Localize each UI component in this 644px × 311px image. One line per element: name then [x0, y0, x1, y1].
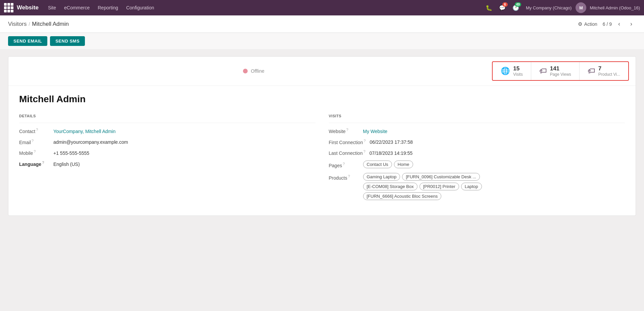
first-connection-label: First Connection?	[329, 139, 366, 145]
clock-icon-btn[interactable]: 🕐 49	[510, 2, 522, 14]
page-views-label: Page Views	[550, 72, 571, 77]
visits-count: 15	[513, 65, 523, 72]
email-help-icon[interactable]: ?	[32, 139, 34, 143]
page-views-stat[interactable]: 🏷 141 Page Views	[531, 62, 579, 80]
messages-icon-btn[interactable]: 💬 6	[496, 2, 508, 14]
two-column-layout: DETAILS Contact? YourCompany, Mitchell A…	[19, 114, 625, 205]
email-field-row: Email? admin@yourcompany.example.com	[19, 139, 315, 145]
product-tag-laptop[interactable]: Laptop	[461, 183, 482, 190]
last-connection-value: 07/18/2023 14:19:55	[369, 150, 412, 156]
products-label: Products?	[329, 173, 359, 181]
product-tag-gaming-laptop[interactable]: Gaming Laptop	[363, 173, 400, 181]
action-button[interactable]: ⚙ Action	[578, 21, 597, 27]
pagination-label: 6 / 9	[603, 21, 612, 27]
pagination: 6 / 9 ‹ ›	[603, 19, 636, 29]
send-email-button[interactable]: SEND EMAIL	[8, 36, 47, 46]
language-field-row: Language? English (US)	[19, 161, 315, 167]
last-connection-label: Last Connection?	[329, 149, 365, 156]
pagination-next[interactable]: ›	[627, 19, 636, 29]
email-label: Email?	[19, 139, 49, 145]
visits-stat[interactable]: 🌐 15 Visits	[493, 62, 531, 80]
products-tag-list: Gaming Laptop [FURN_0096] Customizable D…	[363, 173, 531, 200]
clock-badge: 49	[515, 2, 521, 7]
mobile-field-row: Mobile? +1 555-555-5555	[19, 149, 315, 156]
first-conn-field-row: First Connection? 06/22/2023 17:37:58	[329, 139, 625, 145]
action-bar: SEND EMAIL SEND SMS	[0, 33, 644, 50]
website-field-row: Website? My Website	[329, 128, 625, 134]
messages-badge: 6	[502, 2, 508, 7]
tag-icon-productviews: 🏷	[588, 67, 595, 75]
breadcrumb-bar: Visitors / Mitchell Admin ⚙ Action 6 / 9…	[0, 15, 644, 33]
pages-field-row: Pages? Contact Us Home	[329, 161, 625, 168]
gear-icon: ⚙	[578, 21, 582, 27]
pages-help-icon[interactable]: ?	[343, 162, 345, 166]
user-avatar[interactable]: M	[576, 2, 586, 13]
page-tag-contact-us[interactable]: Contact Us	[363, 161, 392, 168]
contact-field-row: Contact? YourCompany, Mitchell Admin	[19, 128, 315, 134]
bug-icon-btn[interactable]: 🐛	[483, 2, 495, 14]
products-field-row: Products? Gaming Laptop [FURN_0096] Cust…	[329, 173, 625, 200]
page-tag-home[interactable]: Home	[394, 161, 413, 168]
first-conn-help-icon[interactable]: ?	[363, 139, 365, 143]
globe-icon: 🌐	[501, 67, 510, 75]
last-conn-field-row: Last Connection? 07/18/2023 14:19:55	[329, 149, 625, 156]
website-help-icon[interactable]: ?	[346, 128, 348, 132]
nav-site[interactable]: Site	[45, 4, 59, 12]
products-help-icon[interactable]: ?	[348, 174, 350, 178]
website-value[interactable]: My Website	[363, 129, 388, 134]
language-help-icon[interactable]: ?	[42, 161, 44, 165]
brand-logo[interactable]: Website	[17, 4, 39, 11]
tag-icon-pageviews: 🏷	[539, 67, 547, 75]
status-label: Offline	[251, 68, 264, 74]
nav-reporting[interactable]: Reporting	[94, 4, 121, 12]
apps-grid-icon[interactable]	[4, 3, 13, 12]
visitor-card: Offline 🌐 15 Visits 🏷 141 Page Views	[8, 56, 636, 216]
page-views-count: 141	[550, 65, 571, 72]
product-tag-furn-6666[interactable]: [FURN_6666] Acoustic Bloc Screens	[363, 192, 442, 200]
visits-column: VISITS Website? My Website First Connect…	[329, 114, 625, 205]
send-sms-button[interactable]: SEND SMS	[50, 36, 85, 46]
website-label: Website?	[329, 128, 359, 134]
user-name[interactable]: Mitchell Admin (Odoo_16)	[590, 5, 640, 10]
record-area: Mitchell Admin DETAILS Contact? YourComp…	[8, 86, 636, 215]
breadcrumb-parent[interactable]: Visitors	[8, 21, 27, 27]
visits-label: Visits	[513, 72, 523, 77]
pagination-prev[interactable]: ‹	[614, 19, 624, 29]
contact-value[interactable]: YourCompany, Mitchell Admin	[53, 129, 115, 134]
top-navigation: Website Site eCommerce Reporting Configu…	[0, 0, 644, 15]
record-name: Mitchell Admin	[19, 94, 625, 105]
details-column: DETAILS Contact? YourCompany, Mitchell A…	[19, 114, 315, 205]
product-views-label: Product Vi...	[598, 72, 620, 77]
last-conn-help-icon[interactable]: ?	[363, 149, 365, 153]
mobile-label: Mobile?	[19, 149, 49, 156]
mobile-help-icon[interactable]: ?	[34, 149, 36, 153]
nav-configuration[interactable]: Configuration	[123, 4, 157, 12]
status-area: Offline	[15, 68, 492, 74]
details-section-title: DETAILS	[19, 114, 315, 118]
language-label: Language?	[19, 161, 49, 167]
contact-help-icon[interactable]: ?	[36, 128, 38, 132]
contact-label: Contact?	[19, 128, 49, 134]
company-name[interactable]: My Company (Chicago)	[526, 5, 572, 10]
visits-section-title: VISITS	[329, 114, 625, 118]
pages-label: Pages?	[329, 161, 359, 168]
mobile-value: +1 555-555-5555	[53, 150, 89, 156]
breadcrumb-current: Mitchell Admin	[32, 21, 69, 27]
product-views-count: 7	[598, 65, 620, 72]
stats-row: Offline 🌐 15 Visits 🏷 141 Page Views	[8, 57, 636, 86]
first-connection-value: 06/22/2023 17:37:58	[370, 139, 413, 145]
main-content: Offline 🌐 15 Visits 🏷 141 Page Views	[0, 50, 644, 223]
action-label: Action	[584, 21, 597, 27]
pages-tag-list: Contact Us Home	[363, 161, 413, 168]
language-value: English (US)	[53, 162, 80, 167]
breadcrumb-separator: /	[29, 21, 30, 27]
product-tag-ecom08[interactable]: [E-COM08] Storage Box	[363, 183, 417, 190]
status-dot	[243, 69, 248, 73]
product-tag-pr0012[interactable]: [PR0012] Printer	[419, 183, 459, 190]
email-value: admin@yourcompany.example.com	[53, 139, 128, 145]
stats-highlighted-box: 🌐 15 Visits 🏷 141 Page Views 🏷	[492, 61, 629, 81]
product-tag-furn-0096[interactable]: [FURN_0096] Customizable Desk ...	[402, 173, 480, 181]
product-views-stat[interactable]: 🏷 7 Product Vi...	[579, 62, 628, 80]
nav-ecommerce[interactable]: eCommerce	[61, 4, 93, 12]
